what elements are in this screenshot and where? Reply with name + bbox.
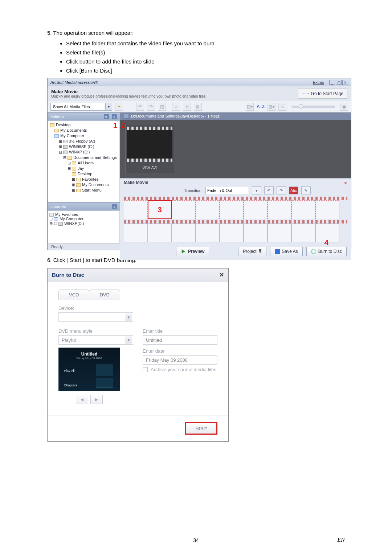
tree-node[interactable]: ⊞ WIN98SE (C:): [49, 144, 118, 149]
storyboard-slot[interactable]: [315, 200, 339, 219]
storyboard-slot[interactable]: [172, 223, 196, 242]
tree-node[interactable]: ⊞ My Documents: [49, 182, 118, 188]
preview-button[interactable]: Preview: [176, 247, 209, 256]
path-bar: D:\Documents and Settings\Jay\Desktop\ -…: [120, 112, 351, 120]
storyboard-slot[interactable]: [291, 200, 315, 219]
tree-node[interactable]: ⊟ My Computer: [49, 217, 118, 221]
storyboard-slot-active[interactable]: 3: [148, 200, 172, 219]
storyboard-slot[interactable]: [172, 200, 196, 219]
storyboard-slot[interactable]: [124, 200, 148, 219]
expand-icon[interactable]: »: [112, 114, 117, 119]
play-icon: [181, 249, 186, 254]
next-style-button[interactable]: ►: [90, 395, 103, 404]
chevron-down-icon[interactable]: ▾: [105, 103, 112, 110]
storyboard-slot[interactable]: [268, 200, 291, 219]
thumb-size-slider[interactable]: [291, 106, 335, 108]
toolbar: ▾ ✦ ↶ ↷ ▤ ☆ ⎘ 🗑 ▤▾ A↓Z ▦▾ ⠿ ◼: [48, 101, 351, 112]
media-filter-input[interactable]: [51, 104, 105, 109]
collapse-icon[interactable]: ≡: [104, 114, 109, 119]
tree-node[interactable]: My Computer: [49, 133, 118, 139]
tree-node[interactable]: ⊟ Jay: [49, 166, 118, 171]
prev-style-button[interactable]: ◄: [76, 395, 88, 404]
content-panel: D:\Documents and Settings\Jay\Desktop\ -…: [120, 112, 351, 243]
chevron-down-icon[interactable]: ▼: [125, 336, 132, 344]
save-as-button[interactable]: Save As: [270, 247, 303, 256]
tree-node[interactable]: My Documents: [49, 128, 118, 133]
archive-checkbox[interactable]: Archive your source media files: [143, 367, 217, 372]
tree-node[interactable]: ⊞ ☐ WINXP(D:): [49, 221, 118, 226]
chevron-down-icon[interactable]: ▼: [125, 313, 132, 321]
checkbox-icon[interactable]: [143, 367, 148, 372]
tree-node[interactable]: ⊟ WINXP (D:): [49, 149, 118, 155]
bullet: Select the file(s): [66, 49, 345, 56]
rotate-icon[interactable]: ↷: [277, 186, 286, 194]
video-thumbnail[interactable]: VGA.AVI: [125, 125, 174, 173]
app-title: ArcSoft MediaImpression®: [50, 80, 313, 85]
disc-icon: [311, 249, 316, 254]
tree-node[interactable]: ⊟ Documents and Settings: [49, 155, 118, 160]
transition-select[interactable]: Fade In & Out: [205, 187, 249, 194]
extras-link[interactable]: Extras: [313, 80, 324, 85]
storyboard-row-2[interactable]: [124, 223, 347, 242]
maximize-icon[interactable]: ▢: [336, 80, 342, 85]
libraries-tree[interactable]: My Favorites ⊟ My Computer ⊞ ☐ WINXP(D:): [48, 210, 120, 243]
batch-icon[interactable]: ▤: [158, 103, 166, 111]
menu-style-select[interactable]: Playful▼: [58, 335, 133, 345]
tree-node[interactable]: My Favorites: [49, 212, 118, 217]
thumb-large-icon[interactable]: ◼: [340, 103, 348, 111]
trash-icon[interactable]: 🗑: [194, 103, 202, 111]
go-to-start-button[interactable]: ←·· Go to Start Page: [298, 89, 347, 99]
tag-icon[interactable]: ⎘: [183, 103, 191, 111]
title-input[interactable]: Untitled: [143, 335, 217, 345]
media-filter-combo[interactable]: ▾: [50, 103, 112, 111]
storyboard-slot[interactable]: [148, 223, 172, 242]
tree-node[interactable]: Desktop: [49, 171, 118, 177]
tab-dvd[interactable]: DVD: [89, 290, 120, 300]
storyboard-slot[interactable]: [244, 223, 268, 242]
tree-node[interactable]: ⊞ 3½ Floppy (A:): [49, 139, 118, 144]
callout-3: 3: [158, 206, 162, 214]
bullet: Select the folder that contains the vide…: [66, 40, 345, 46]
burn-to-disc-button[interactable]: Burn to Disc: [306, 247, 347, 256]
storyboard-slot[interactable]: [291, 223, 315, 242]
folder-tree[interactable]: 1 Desktop My Documents My Computer ⊞ 3½ …: [48, 120, 120, 202]
wand-icon[interactable]: ✦: [115, 103, 123, 111]
storyboard-slot[interactable]: [220, 200, 244, 219]
film-strip: [124, 220, 347, 223]
tree-node[interactable]: ⊞ Favorites: [49, 177, 118, 182]
tree-node[interactable]: ⊞ All Users: [49, 160, 118, 166]
storyboard-slot[interactable]: [196, 200, 220, 219]
rotate-icon[interactable]: ↶: [264, 186, 274, 194]
storyboard-slot[interactable]: [196, 223, 220, 242]
project-button[interactable]: Project: [238, 247, 266, 256]
star-icon[interactable]: ☆: [172, 103, 180, 111]
start-button[interactable]: Start: [185, 422, 217, 435]
storyboard-row-1[interactable]: 3: [124, 200, 347, 219]
storyboard-slot[interactable]: [244, 200, 268, 219]
tree-node[interactable]: Desktop: [49, 122, 118, 128]
expand-icon[interactable]: »: [112, 204, 117, 209]
header-subtitle: Quickly and easily produce professional-…: [51, 94, 298, 98]
device-select[interactable]: ▼: [58, 312, 133, 322]
transition-dropdown-icon[interactable]: ▾: [252, 186, 261, 194]
group-icon[interactable]: ▦▾: [268, 103, 275, 111]
text-overlay-button[interactable]: Abc: [289, 186, 298, 194]
rotate-right-icon[interactable]: ↷: [147, 103, 155, 111]
view-mode-icon[interactable]: ▤▾: [246, 103, 254, 111]
close-icon[interactable]: ✕: [344, 181, 347, 186]
tab-vcd[interactable]: VCD: [58, 290, 89, 300]
rotate-left-icon[interactable]: ↶: [136, 103, 144, 111]
thumb-size-icon[interactable]: ⠿: [278, 103, 286, 111]
edit-icon[interactable]: ✎: [301, 186, 311, 194]
date-input[interactable]: Friday May 09 2008: [143, 355, 217, 365]
storyboard-slot[interactable]: [124, 223, 148, 242]
close-icon[interactable]: ✕: [219, 271, 224, 278]
thumbnail-area[interactable]: 2 VGA.AVI: [120, 120, 351, 178]
storyboard-slot[interactable]: [220, 223, 244, 242]
save-icon: [275, 249, 280, 254]
close-icon[interactable]: ✕: [342, 80, 348, 85]
sort-az-button[interactable]: A↓Z: [257, 104, 265, 109]
tree-node[interactable]: ⊞ Start Menu: [49, 188, 118, 193]
storyboard-slot[interactable]: [268, 223, 291, 242]
minimize-icon[interactable]: _: [329, 80, 335, 85]
